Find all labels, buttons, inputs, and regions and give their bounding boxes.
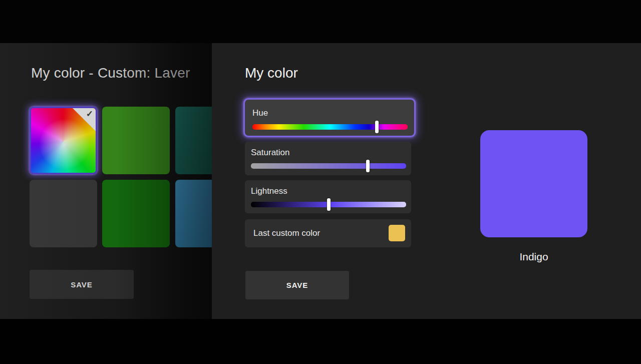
checkmark-icon: ✓ — [86, 109, 93, 119]
lightness-slider-label: Lightness — [251, 186, 287, 196]
bottom-black-bar — [0, 319, 641, 364]
screen: My color - Custom: Laver ✓ SAVE My color… — [0, 0, 641, 364]
tile-custom-picker[interactable]: ✓ — [30, 107, 97, 174]
tile-dark-gray[interactable] — [30, 180, 97, 247]
last-custom-color-swatch — [389, 225, 405, 241]
tile-dark-green[interactable] — [102, 180, 170, 247]
saturation-slider-thumb[interactable] — [366, 160, 370, 172]
top-black-bar — [0, 0, 641, 43]
saturation-slider-card[interactable]: Saturation — [245, 142, 411, 175]
saturation-slider-track[interactable] — [251, 163, 406, 169]
color-preview-label: Indigo — [480, 251, 587, 263]
tile-green[interactable] — [102, 107, 170, 174]
save-button-left[interactable]: SAVE — [30, 270, 134, 299]
hue-slider-card[interactable]: Hue — [243, 98, 416, 137]
last-custom-color-label: Last custom color — [253, 228, 320, 238]
color-grid-panel: My color - Custom: Laver ✓ SAVE — [0, 43, 212, 319]
hue-slider-thumb[interactable] — [375, 121, 379, 133]
save-button[interactable]: SAVE — [245, 271, 349, 299]
lightness-slider-thumb[interactable] — [327, 198, 331, 211]
left-panel-title: My color - Custom: Laver — [31, 65, 190, 81]
lightness-slider-card[interactable]: Lightness — [245, 180, 411, 213]
content-area: My color - Custom: Laver ✓ SAVE My color… — [0, 43, 641, 319]
hue-slider-label: Hue — [252, 108, 268, 118]
color-preview-square — [480, 130, 587, 237]
last-custom-color-row[interactable]: Last custom color — [245, 219, 411, 247]
tile-blue[interactable] — [175, 180, 212, 247]
color-editor-panel: My color Hue Saturation Lightness — [212, 43, 641, 319]
selected-corner-fold: ✓ — [73, 108, 96, 131]
saturation-slider-label: Saturation — [251, 148, 290, 158]
lightness-slider-track[interactable] — [251, 202, 406, 207]
tile-teal[interactable] — [175, 107, 212, 174]
right-panel-title: My color — [245, 65, 298, 81]
hue-slider-track[interactable] — [252, 124, 408, 130]
